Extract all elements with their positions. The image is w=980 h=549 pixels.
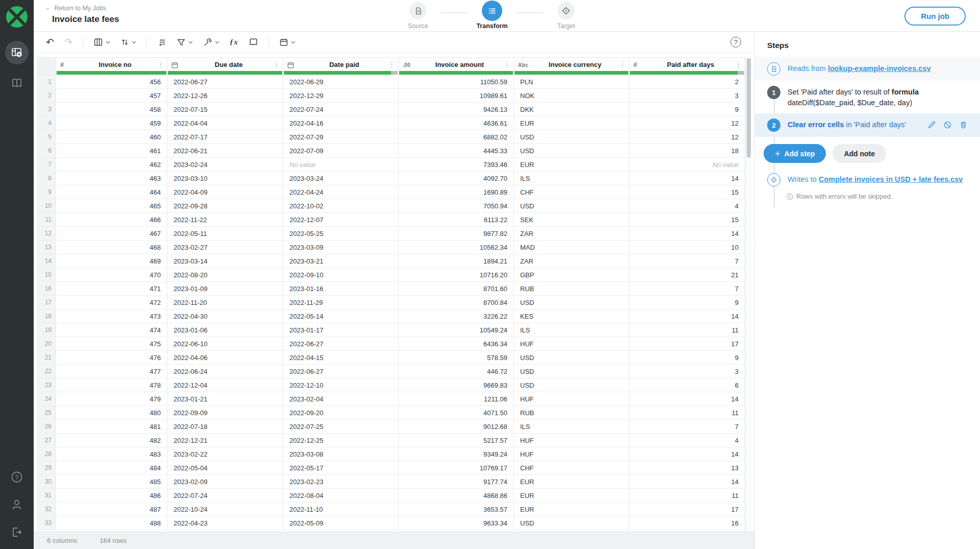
cell[interactable]: 2022-09-10: [283, 268, 399, 282]
table-row[interactable]: 224772022-06-242022-06-27446.72USD3: [37, 365, 745, 378]
step-2-selected[interactable]: 2 Clear error cells in 'Paid after days': [755, 113, 980, 137]
table-row[interactable]: 104652022-09-282022-10-027050.94USD4: [37, 199, 745, 213]
row-number[interactable]: 12: [37, 227, 56, 241]
cell[interactable]: 4: [629, 434, 745, 447]
cell[interactable]: HUF: [514, 447, 629, 461]
cell[interactable]: KES: [514, 309, 629, 323]
cell[interactable]: 457: [56, 89, 167, 103]
cell[interactable]: 12: [629, 116, 745, 130]
add-step-button[interactable]: + Add step: [764, 144, 826, 163]
table-row[interactable]: 204752022-06-102022-06-276436.34HUF17: [37, 337, 745, 351]
sidebar-item-jobs[interactable]: [5, 41, 29, 64]
row-number[interactable]: 1: [37, 75, 56, 89]
formula-button[interactable]: ƒx: [230, 38, 238, 46]
cell[interactable]: 2023-01-09: [167, 282, 283, 296]
table-row[interactable]: 64612022-06-212022-07-094445.33USD18: [37, 144, 745, 158]
cell[interactable]: 3653.57: [399, 503, 514, 516]
table-row[interactable]: 164712023-01-092023-01-168701.60RUB7: [37, 282, 745, 296]
cell[interactable]: 14: [629, 447, 745, 461]
cell[interactable]: 2022-07-09: [283, 144, 399, 158]
cell[interactable]: GBP: [514, 268, 629, 282]
cell[interactable]: 7393.46: [399, 158, 514, 172]
row-number[interactable]: 26: [37, 420, 56, 434]
row-number[interactable]: 20: [37, 337, 56, 351]
sidebar-item-logout[interactable]: [5, 520, 29, 544]
cell[interactable]: 4868.86: [399, 489, 514, 503]
cell[interactable]: 2022-04-24: [283, 185, 399, 199]
writes-to-step[interactable]: Writes to Complete invoices in USD + lat…: [755, 171, 980, 192]
cell[interactable]: EUR: [514, 503, 629, 516]
cell[interactable]: 484: [56, 461, 167, 475]
cell[interactable]: 2023-03-21: [283, 254, 399, 268]
cell[interactable]: 9: [629, 103, 745, 116]
table-row[interactable]: 94642022-04-092022-04-241690.89CHF15: [37, 185, 745, 199]
reads-from-step[interactable]: Reads from lookup-example-invoices.csv: [755, 57, 980, 81]
row-number[interactable]: 29: [37, 461, 56, 475]
cell[interactable]: DKK: [514, 103, 629, 116]
table-row[interactable]: 194742023-01-062023-01-1710549.24ILS11: [37, 323, 745, 337]
cell[interactable]: 2022-08-20: [167, 268, 283, 282]
cell[interactable]: 2022-06-27: [167, 75, 283, 89]
cell[interactable]: 466: [56, 213, 167, 227]
cell[interactable]: 2022-05-09: [283, 516, 399, 530]
cell[interactable]: 14: [629, 172, 745, 185]
cell[interactable]: CHF: [514, 185, 629, 199]
cell[interactable]: RUB: [514, 282, 629, 296]
cell[interactable]: 477: [56, 365, 167, 378]
cell[interactable]: 2022-10-02: [283, 199, 399, 213]
cell[interactable]: 2022-04-15: [283, 351, 399, 365]
cell[interactable]: 2022-07-29: [283, 130, 399, 144]
cell[interactable]: 2022-04-23: [167, 516, 283, 530]
sort-menu-button[interactable]: [120, 38, 136, 46]
table-row[interactable]: 14562022-06-272022-06-2911050.59PLN2: [37, 75, 745, 89]
cell[interactable]: 2022-06-21: [167, 144, 283, 158]
edit-step-icon[interactable]: [927, 121, 936, 129]
stepper-source[interactable]: Source: [395, 2, 441, 30]
cell[interactable]: 12: [629, 130, 745, 144]
cell[interactable]: 15: [629, 185, 745, 199]
cell[interactable]: 463: [56, 172, 167, 185]
cell[interactable]: 2023-02-23: [283, 475, 399, 489]
cell[interactable]: 11: [629, 406, 745, 420]
cell[interactable]: 7050.94: [399, 199, 514, 213]
row-number[interactable]: 13: [37, 241, 56, 254]
cell[interactable]: 7: [629, 420, 745, 434]
cell[interactable]: 4445.33: [399, 144, 514, 158]
table-row[interactable]: 144692023-03-142023-03-211894.21ZAR7: [37, 254, 745, 268]
table-row[interactable]: 304852023-02-092023-02-239177.74EUR14: [37, 475, 745, 489]
cell[interactable]: 2022-07-17: [167, 130, 283, 144]
table-row[interactable]: 124672022-05-112022-05-259877.82ZAR14: [37, 227, 745, 241]
column-header-invoice-no[interactable]: # Invoice no ⋮: [56, 57, 167, 75]
cell[interactable]: 2023-01-16: [283, 282, 399, 296]
cell[interactable]: 9012.68: [399, 420, 514, 434]
row-number[interactable]: 16: [37, 282, 56, 296]
cell[interactable]: 9: [629, 351, 745, 365]
row-number[interactable]: 5: [37, 130, 56, 144]
cell[interactable]: 6113.22: [399, 213, 514, 227]
table-row[interactable]: 234782022-12-042022-12-109669.83USD6: [37, 378, 745, 392]
row-number[interactable]: 22: [37, 365, 56, 378]
cell[interactable]: 21: [629, 268, 745, 282]
cell[interactable]: 458: [56, 103, 167, 116]
cell[interactable]: 480: [56, 406, 167, 420]
sidebar-item-account[interactable]: [5, 493, 29, 516]
cell[interactable]: No value: [283, 158, 399, 172]
run-job-button[interactable]: Run job: [904, 7, 966, 26]
cell[interactable]: 2023-02-09: [167, 475, 283, 489]
table-row[interactable]: 34582022-07-152022-07-249426.13DKK9: [37, 103, 745, 116]
row-number[interactable]: 15: [37, 268, 56, 282]
row-number[interactable]: 4: [37, 116, 56, 130]
column-header-invoice-currency[interactable]: Abc Invoice currency ⋮: [514, 57, 629, 75]
cell[interactable]: EUR: [514, 116, 629, 130]
cell[interactable]: ZAR: [514, 254, 629, 268]
cell[interactable]: HUF: [514, 392, 629, 406]
cell[interactable]: USD: [514, 144, 629, 158]
cell[interactable]: 9669.83: [399, 378, 514, 392]
cell[interactable]: 8701.60: [399, 282, 514, 296]
cell[interactable]: 2022-06-27: [283, 365, 399, 378]
column-menu-icon[interactable]: ⋮: [157, 60, 164, 69]
cell[interactable]: 470: [56, 268, 167, 282]
table-row[interactable]: 24572022-12-262022-12-2910989.61NOK3: [37, 89, 745, 103]
cell[interactable]: 2023-03-08: [283, 447, 399, 461]
column-menu-icon[interactable]: ⋮: [388, 60, 395, 69]
